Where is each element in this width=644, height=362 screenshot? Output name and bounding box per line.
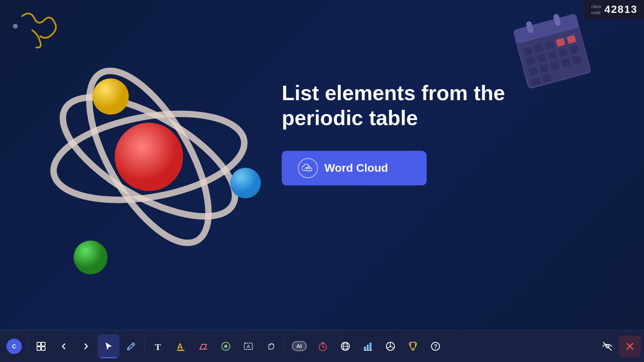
text-tool-icon: T	[153, 341, 163, 352]
ai-button[interactable]: AI	[287, 335, 311, 357]
forward-button[interactable]	[75, 335, 97, 357]
class-code-number: 42813	[605, 3, 638, 16]
globe-button[interactable]	[334, 335, 356, 357]
question-title: List elements from the periodic table	[282, 80, 523, 131]
svg-point-0	[13, 24, 18, 29]
svg-rect-56	[369, 343, 372, 350]
cursor-icon	[104, 341, 114, 351]
text-box-button[interactable]: A	[237, 335, 259, 357]
close-icon	[625, 341, 635, 352]
cursor-button[interactable]	[98, 334, 120, 358]
svg-rect-35	[37, 347, 41, 350]
svg-rect-36	[41, 347, 45, 350]
help-button[interactable]: ?	[425, 335, 446, 357]
grid-button[interactable]	[30, 335, 52, 357]
eraser-icon	[198, 341, 208, 352]
svg-text:?: ?	[434, 343, 438, 350]
svg-rect-33	[37, 342, 41, 346]
text-box-icon: A	[243, 341, 254, 352]
timer-button[interactable]	[312, 335, 334, 357]
chart-icon	[363, 341, 373, 352]
eye-slash-icon	[602, 341, 613, 352]
pen-icon	[126, 341, 136, 351]
svg-point-42	[224, 345, 227, 348]
close-button[interactable]	[619, 335, 641, 357]
word-cloud-label: Word Cloud	[324, 162, 388, 175]
svg-marker-29	[306, 168, 307, 170]
timer-icon	[318, 341, 328, 352]
right-content: List elements from the periodic table Wo…	[282, 80, 523, 185]
svg-rect-34	[41, 342, 45, 346]
hand-icon	[266, 341, 276, 352]
forward-icon	[81, 341, 91, 351]
svg-rect-54	[364, 347, 366, 350]
help-icon: ?	[430, 341, 441, 352]
svg-line-68	[603, 342, 611, 350]
shapes-button[interactable]	[215, 335, 237, 357]
svg-text:C: C	[12, 343, 16, 350]
trophy-button[interactable]	[402, 335, 424, 357]
shapes-icon	[221, 341, 231, 352]
trophy-icon	[408, 341, 418, 352]
spin-wheel-icon	[385, 341, 396, 352]
eye-slash-button[interactable]	[597, 335, 618, 357]
globe-icon	[340, 341, 351, 352]
word-cloud-icon-wrapper	[298, 158, 318, 178]
highlighter-icon: A	[175, 341, 186, 352]
logo-button[interactable]: C	[3, 335, 25, 357]
toolbar: C	[0, 330, 644, 362]
text-tool-button[interactable]: T	[147, 335, 169, 357]
ai-label: AI	[292, 341, 307, 351]
svg-point-26	[93, 78, 129, 115]
pen-button[interactable]	[120, 335, 142, 357]
svg-text:T: T	[155, 342, 161, 352]
hand-button[interactable]	[260, 335, 282, 357]
svg-point-28	[74, 241, 107, 274]
svg-marker-30	[309, 168, 310, 170]
chart-button[interactable]	[357, 335, 379, 357]
cloud-icon	[302, 163, 314, 173]
spin-wheel-button[interactable]	[380, 335, 401, 357]
class-code-label: classcode	[591, 4, 601, 15]
svg-text:A: A	[177, 342, 183, 351]
word-cloud-button[interactable]: Word Cloud	[282, 151, 427, 185]
svg-text:A: A	[247, 344, 250, 350]
svg-point-27	[230, 168, 261, 198]
grid-icon	[36, 341, 46, 351]
highlighter-button[interactable]: A	[170, 335, 192, 357]
svg-point-62	[390, 346, 391, 347]
svg-rect-55	[367, 345, 369, 350]
svg-point-25	[115, 123, 183, 191]
back-icon	[59, 341, 68, 351]
class-code-badge: classcode 42813	[585, 0, 644, 19]
atom-illustration	[32, 32, 266, 282]
main-content: classcode 42813	[0, 0, 644, 330]
back-button[interactable]	[53, 335, 74, 357]
eraser-button[interactable]	[192, 335, 214, 357]
